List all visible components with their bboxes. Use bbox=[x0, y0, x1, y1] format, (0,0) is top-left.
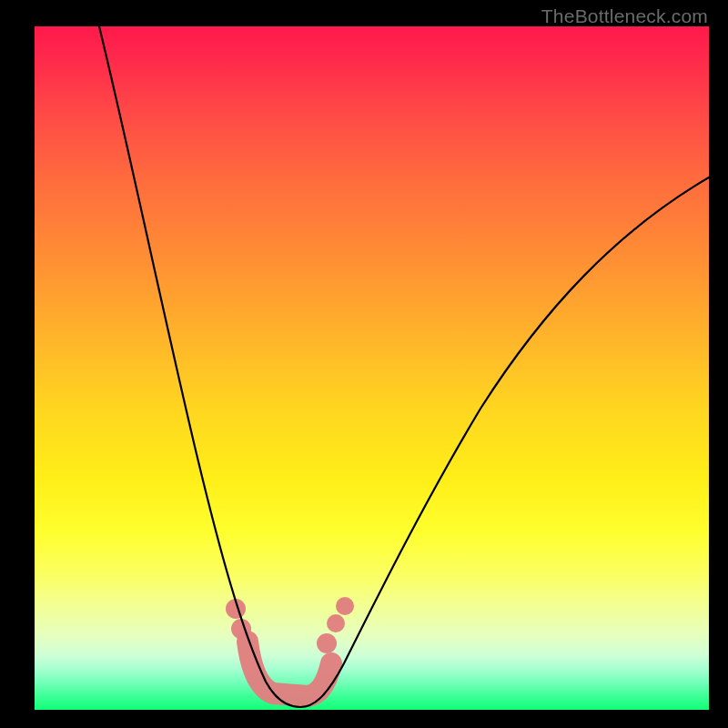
curve-left bbox=[99, 26, 300, 707]
watermark-text: TheBottleneck.com bbox=[541, 5, 708, 27]
curve-layer bbox=[35, 26, 709, 710]
curve-right bbox=[300, 177, 709, 707]
marker-dot bbox=[336, 597, 354, 615]
marker-dot bbox=[327, 614, 345, 632]
plot-area bbox=[35, 26, 709, 710]
chart-frame: TheBottleneck.com bbox=[0, 0, 728, 728]
marker-dot bbox=[317, 633, 337, 653]
